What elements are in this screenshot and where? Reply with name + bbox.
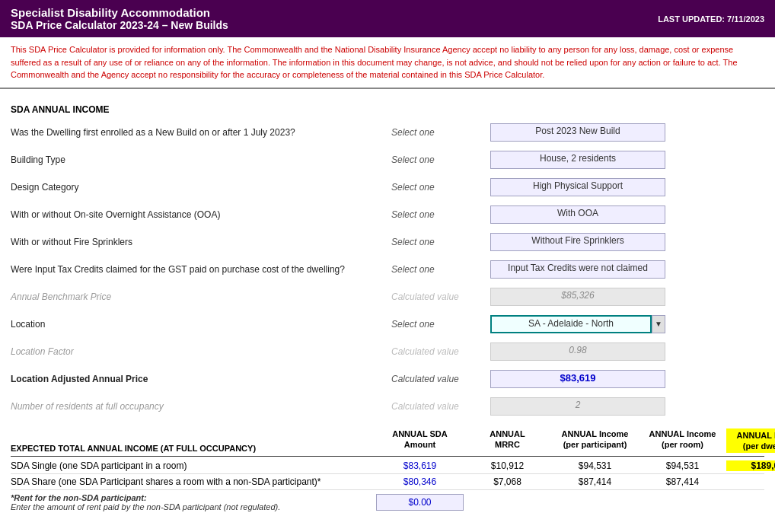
summary-cell-0-0: $83,619 — [376, 460, 464, 471]
form-row-building-type: Building TypeSelect oneHouse, 2 resident… — [11, 150, 764, 170]
form-label-new-build: Was the Dwelling first enrolled as a New… — [11, 127, 391, 138]
rent-note-text: Enter the amount of rent paid by the non… — [11, 502, 280, 511]
form-row-design-category: Design CategorySelect oneHigh Physical S… — [11, 177, 764, 197]
summary-header-label: EXPECTED TOTAL ANNUAL INCOME (AT FULL OC… — [11, 444, 376, 453]
form-value-design-category[interactable]: High Physical Support — [490, 178, 665, 196]
summary-cell-1-1: $7,068 — [464, 476, 551, 487]
rent-note: *Rent for the non-SDA participant: Enter… — [11, 493, 376, 511]
form-select-label-fire-sprinklers: Select one — [391, 237, 490, 247]
form-value-input-tax[interactable]: Input Tax Credits were not claimed — [490, 260, 665, 279]
form-value-annual-benchmark: $85,326 — [490, 288, 665, 306]
rent-note-bold: *Rent for the non-SDA participant: — [11, 493, 147, 502]
summary-cell-1-0: $80,346 — [376, 476, 464, 487]
form-row-location-factor: Location FactorCalculated value0.98 — [11, 342, 764, 362]
form-label-building-type: Building Type — [11, 155, 391, 165]
form-rows: Was the Dwelling first enrolled as a New… — [11, 123, 764, 416]
form-select-label-building-type: Select one — [391, 155, 490, 165]
summary-cell-0-2: $94,531 — [551, 460, 639, 471]
form-label-input-tax: Were Input Tax Credits claimed for the G… — [11, 264, 391, 275]
content-area: SDA ANNUAL INCOME Was the Dwelling first… — [0, 89, 775, 520]
form-label-location: Location — [11, 319, 391, 330]
summary-col-header-per-dwelling: ANNUAL Income(per dwelling) — [726, 428, 775, 454]
summary-data-rows: SDA Single (one SDA participant in a roo… — [11, 458, 764, 490]
summary-cell-1-3: $87,414 — [639, 476, 726, 487]
form-row-input-tax: Were Input Tax Credits claimed for the G… — [11, 260, 764, 279]
form-row-new-build: Was the Dwelling first enrolled as a New… — [11, 123, 764, 142]
form-row-location-adjusted: Location Adjusted Annual PriceCalculated… — [11, 369, 764, 389]
form-row-ooa: With or without On-site Overnight Assist… — [11, 205, 764, 225]
header-title: Specialist Disability Accommodation — [11, 6, 228, 19]
header-subtitle: SDA Price Calculator 2023-24 – New Build… — [11, 19, 228, 31]
input-wrapper-location: SA - Adelaide - North▼ — [490, 315, 665, 333]
summary-row-label-0: SDA Single (one SDA participant in a roo… — [11, 460, 376, 471]
summary-section: EXPECTED TOTAL ANNUAL INCOME (AT FULL OC… — [11, 428, 764, 512]
summary-col-header-annual-mrrc: ANNUALMRRC — [464, 428, 551, 454]
summary-columns-header: ANNUAL SDAAmountANNUALMRRCANNUAL Income(… — [376, 428, 775, 454]
form-select-label-new-build: Select one — [391, 127, 490, 138]
form-select-label-num-residents: Calculated value — [391, 401, 490, 412]
form-label-ooa: With or without On-site Overnight Assist… — [11, 209, 391, 220]
section-title: SDA ANNUAL INCOME — [11, 104, 764, 115]
header-last-updated: LAST UPDATED: 7/11/2023 — [658, 14, 764, 24]
form-value-location[interactable]: SA - Adelaide - North — [490, 315, 652, 333]
header: Specialist Disability Accommodation SDA … — [0, 0, 775, 37]
form-select-label-location-factor: Calculated value — [391, 346, 490, 357]
form-value-new-build[interactable]: Post 2023 New Build — [490, 123, 665, 142]
form-row-fire-sprinklers: With or without Fire SprinklersSelect on… — [11, 232, 764, 252]
summary-cell-1-2: $87,414 — [551, 476, 639, 487]
summary-row-1: SDA Share (one SDA Participant shares a … — [11, 474, 764, 490]
form-label-num-residents: Number of residents at full occupancy — [11, 401, 391, 412]
form-label-location-factor: Location Factor — [11, 346, 391, 357]
disclaimer: This SDA Price Calculator is provided fo… — [0, 37, 775, 89]
form-select-label-annual-benchmark: Calculated value — [391, 291, 490, 302]
summary-cell-0-3: $94,531 — [639, 460, 726, 471]
summary-cell-0-1: $10,912 — [464, 460, 551, 471]
form-label-annual-benchmark: Annual Benchmark Price — [11, 291, 391, 302]
form-value-location-factor: 0.98 — [490, 342, 665, 361]
summary-header-row: EXPECTED TOTAL ANNUAL INCOME (AT FULL OC… — [11, 428, 764, 457]
dropdown-arrow-location[interactable]: ▼ — [652, 315, 665, 333]
form-select-label-ooa: Select one — [391, 209, 490, 220]
rent-input[interactable] — [376, 494, 464, 511]
last-updated-date: 7/11/2023 — [727, 14, 764, 24]
rent-row: *Rent for the non-SDA participant: Enter… — [11, 493, 764, 511]
form-row-num-residents: Number of residents at full occupancyCal… — [11, 397, 764, 416]
summary-cell-0-4: $189,062 — [726, 460, 775, 471]
header-left: Specialist Disability Accommodation SDA … — [11, 6, 228, 31]
form-label-fire-sprinklers: With or without Fire Sprinklers — [11, 237, 391, 247]
form-label-design-category: Design Category — [11, 182, 391, 193]
summary-row-0: SDA Single (one SDA participant in a roo… — [11, 458, 764, 474]
form-select-label-design-category: Select one — [391, 182, 490, 193]
form-value-building-type[interactable]: House, 2 residents — [490, 151, 665, 169]
form-value-num-residents: 2 — [490, 397, 665, 416]
form-select-label-location: Select one — [391, 319, 490, 330]
summary-col-header-per-participant: ANNUAL Income(per participant) — [551, 428, 639, 454]
summary-col-header-per-room: ANNUAL Income(per room) — [639, 428, 726, 454]
last-updated-label: LAST UPDATED: — [658, 14, 725, 24]
form-select-label-location-adjusted: Calculated value — [391, 374, 490, 384]
form-row-annual-benchmark: Annual Benchmark PriceCalculated value$8… — [11, 287, 764, 307]
form-label-location-adjusted: Location Adjusted Annual Price — [11, 374, 391, 384]
form-select-label-input-tax: Select one — [391, 264, 490, 275]
summary-row-label-1: SDA Share (one SDA Participant shares a … — [11, 476, 376, 487]
summary-col-header-annual-sda: ANNUAL SDAAmount — [376, 428, 464, 454]
form-row-location: LocationSelect oneSA - Adelaide - North▼ — [11, 314, 764, 334]
form-value-location-adjusted[interactable]: $83,619 — [490, 370, 665, 388]
form-value-ooa[interactable]: With OOA — [490, 205, 665, 224]
form-value-fire-sprinklers[interactable]: Without Fire Sprinklers — [490, 233, 665, 251]
